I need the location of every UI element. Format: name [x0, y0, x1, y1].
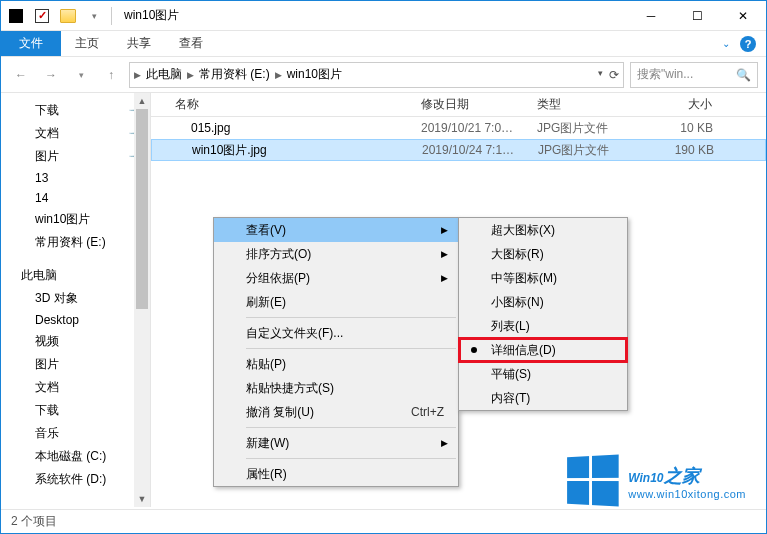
- watermark-text: Win10之家 www.win10xitong.com: [628, 461, 746, 500]
- file-date: 2019/10/24 7:15...: [412, 143, 528, 157]
- close-button[interactable]: ✕: [720, 1, 766, 31]
- sidebar-item-13[interactable]: 13: [1, 168, 150, 188]
- address-bar[interactable]: ▶ 此电脑 ▶ 常用资料 (E:) ▶ win10图片 ▾ ⟳: [129, 62, 624, 88]
- file-date: 2019/10/21 7:05...: [411, 121, 527, 135]
- menu-undo[interactable]: 撤消 复制(U)Ctrl+Z: [214, 400, 458, 424]
- menu-paste[interactable]: 粘贴(P): [214, 352, 458, 376]
- submenu-content[interactable]: 内容(T): [459, 386, 627, 410]
- up-button[interactable]: ↑: [99, 63, 123, 87]
- crumb-sep-icon: ▶: [134, 70, 141, 80]
- sidebar-group-this-pc[interactable]: 此电脑: [1, 264, 150, 287]
- refresh-icon[interactable]: ⟳: [609, 68, 619, 82]
- qat-dropdown[interactable]: ▾: [83, 5, 105, 27]
- tab-home[interactable]: 主页: [61, 31, 113, 56]
- forward-button[interactable]: →: [39, 63, 63, 87]
- back-button[interactable]: ←: [9, 63, 33, 87]
- window-title: win10图片: [124, 7, 179, 24]
- address-dropdown-icon[interactable]: ▾: [598, 68, 603, 82]
- menu-shortcut: Ctrl+Z: [411, 405, 444, 419]
- sidebar-item-win10pics[interactable]: win10图片: [1, 208, 150, 231]
- ribbon: 文件 主页 共享 查看 ⌄ ?: [1, 31, 766, 57]
- file-type: JPG图片文件: [528, 142, 638, 159]
- header-size[interactable]: 大小: [637, 96, 723, 113]
- sidebar-item-drive-c[interactable]: 本地磁盘 (C:): [1, 445, 150, 468]
- search-placeholder: 搜索"win...: [637, 66, 693, 83]
- titlebar-divider: [111, 7, 112, 25]
- submenu-arrow-icon: ▶: [441, 438, 448, 448]
- tab-view[interactable]: 查看: [165, 31, 217, 56]
- column-headers: 名称 修改日期 类型 大小: [151, 93, 766, 117]
- file-name: 015.jpg: [151, 121, 411, 135]
- titlebar: ✓ ▾ win10图片 ─ ☐ ✕: [1, 1, 766, 31]
- menu-group[interactable]: 分组依据(P)▶: [214, 266, 458, 290]
- sidebar-item-music[interactable]: 音乐: [1, 422, 150, 445]
- ribbon-collapse-icon[interactable]: ⌄: [722, 38, 730, 49]
- header-type[interactable]: 类型: [527, 96, 637, 113]
- sidebar-item-documents[interactable]: 文档📌: [1, 122, 150, 145]
- submenu-medium[interactable]: 中等图标(M): [459, 266, 627, 290]
- sidebar-item-videos[interactable]: 视频: [1, 330, 150, 353]
- file-size: 10 KB: [637, 121, 723, 135]
- sidebar-item-desktop[interactable]: Desktop: [1, 310, 150, 330]
- sidebar-item-common[interactable]: 常用资料 (E:): [1, 231, 150, 254]
- menu-properties[interactable]: 属性(R): [214, 462, 458, 486]
- file-row[interactable]: 015.jpg 2019/10/21 7:05... JPG图片文件 10 KB: [151, 117, 766, 139]
- submenu-large[interactable]: 大图标(R): [459, 242, 627, 266]
- menu-separator: [246, 317, 456, 318]
- menu-customize[interactable]: 自定义文件夹(F)...: [214, 321, 458, 345]
- sidebar: 下载📌 文档📌 图片📌 13 14 win10图片 常用资料 (E:) 此电脑 …: [1, 93, 151, 507]
- window-controls: ─ ☐ ✕: [628, 1, 766, 31]
- qat-folder[interactable]: [57, 5, 79, 27]
- crumb-folder[interactable]: win10图片: [284, 66, 345, 83]
- crumb-drive[interactable]: 常用资料 (E:): [196, 66, 273, 83]
- recent-dropdown[interactable]: ▾: [69, 63, 93, 87]
- menu-refresh[interactable]: 刷新(E): [214, 290, 458, 314]
- search-input[interactable]: 搜索"win... 🔍: [630, 62, 758, 88]
- submenu-small[interactable]: 小图标(N): [459, 290, 627, 314]
- sidebar-item-documents2[interactable]: 文档: [1, 376, 150, 399]
- search-icon: 🔍: [736, 68, 751, 82]
- file-row[interactable]: win10图片.jpg 2019/10/24 7:15... JPG图片文件 1…: [151, 139, 766, 161]
- menu-view[interactable]: 查看(V)▶: [214, 218, 458, 242]
- qat-checkbox[interactable]: ✓: [31, 5, 53, 27]
- file-type: JPG图片文件: [527, 120, 637, 137]
- watermark: Win10之家 www.win10xitong.com: [565, 456, 746, 505]
- submenu-tiles[interactable]: 平铺(S): [459, 362, 627, 386]
- sidebar-item-pictures2[interactable]: 图片: [1, 353, 150, 376]
- ribbon-right: ⌄ ?: [722, 31, 766, 56]
- menu-separator: [246, 458, 456, 459]
- header-name[interactable]: 名称: [151, 96, 411, 113]
- bullet-icon: [471, 347, 477, 353]
- menu-sort[interactable]: 排序方式(O)▶: [214, 242, 458, 266]
- crumb-sep-icon: ▶: [275, 70, 282, 80]
- sidebar-scrollbar[interactable]: ▲ ▼: [134, 93, 150, 507]
- scroll-up-icon[interactable]: ▲: [134, 93, 150, 109]
- scroll-thumb[interactable]: [136, 109, 148, 309]
- status-text: 2 个项目: [11, 513, 57, 530]
- submenu-extra-large[interactable]: 超大图标(X): [459, 218, 627, 242]
- sidebar-item-pictures[interactable]: 图片📌: [1, 145, 150, 168]
- submenu-list[interactable]: 列表(L): [459, 314, 627, 338]
- crumb-sep-icon: ▶: [187, 70, 194, 80]
- help-icon[interactable]: ?: [740, 36, 756, 52]
- quick-access-toolbar: ✓ ▾: [1, 5, 105, 27]
- header-date[interactable]: 修改日期: [411, 96, 527, 113]
- crumb-this-pc[interactable]: 此电脑: [143, 66, 185, 83]
- menu-new[interactable]: 新建(W)▶: [214, 431, 458, 455]
- maximize-button[interactable]: ☐: [674, 1, 720, 31]
- sidebar-item-3d[interactable]: 3D 对象: [1, 287, 150, 310]
- minimize-button[interactable]: ─: [628, 1, 674, 31]
- sidebar-item-drive-d[interactable]: 系统软件 (D:): [1, 468, 150, 491]
- menu-paste-shortcut[interactable]: 粘贴快捷方式(S): [214, 376, 458, 400]
- submenu-details[interactable]: 详细信息(D): [459, 338, 627, 362]
- sidebar-item-downloads2[interactable]: 下载: [1, 399, 150, 422]
- sidebar-item-downloads[interactable]: 下载📌: [1, 99, 150, 122]
- file-name: win10图片.jpg: [152, 142, 412, 159]
- app-icon[interactable]: [5, 5, 27, 27]
- menu-separator: [246, 348, 456, 349]
- file-size: 190 KB: [638, 143, 724, 157]
- tab-file[interactable]: 文件: [1, 31, 61, 56]
- sidebar-item-14[interactable]: 14: [1, 188, 150, 208]
- scroll-down-icon[interactable]: ▼: [134, 491, 150, 507]
- tab-share[interactable]: 共享: [113, 31, 165, 56]
